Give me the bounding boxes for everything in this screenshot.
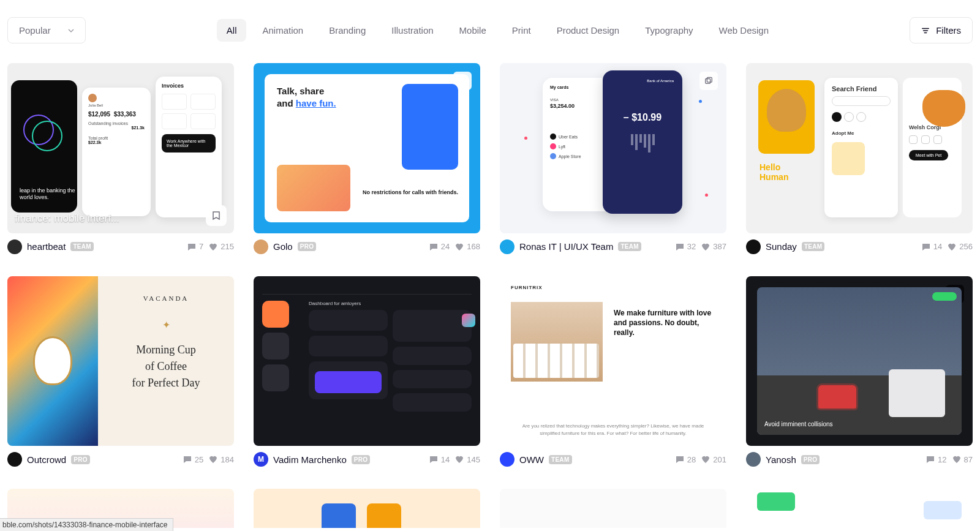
avatar[interactable] <box>254 239 268 254</box>
shot-thumbnail[interactable]: FURNITRIX We make furniture with love an… <box>500 276 726 446</box>
shot-card: Dashboard for amloyers M <box>254 276 480 467</box>
author-link[interactable]: Golo <box>273 241 293 252</box>
likes-stat[interactable]: 184 <box>208 454 234 464</box>
svg-rect-2 <box>706 79 710 84</box>
save-shot-button[interactable] <box>206 205 227 226</box>
avatar[interactable]: M <box>254 452 268 467</box>
shot-thumbnail[interactable]: Avoid imminent collisions <box>746 276 973 446</box>
author-badge: TEAM <box>549 455 572 464</box>
shot-thumbnail[interactable] <box>500 489 726 528</box>
rebound-icon <box>699 72 718 90</box>
shot-card: FURNITRIX We make furniture with love an… <box>500 276 726 467</box>
author-badge: TEAM <box>802 242 825 251</box>
shot-card: leap in the banking the world loves. Jul… <box>7 63 234 254</box>
tab-print[interactable]: Print <box>502 19 541 42</box>
shot-title: finance: mobile interf... <box>15 213 119 225</box>
likes-stat[interactable]: 387 <box>701 242 726 252</box>
shot-card <box>500 489 726 528</box>
filters-button[interactable]: Filters <box>910 17 973 43</box>
author-link[interactable]: heartbeat <box>27 241 66 252</box>
shot-thumbnail[interactable]: My cards VISA $3,254.00 Uber Eats Lyft A… <box>500 63 726 233</box>
author-link[interactable]: Vadim Marchenko <box>273 454 347 465</box>
author-badge: PRO <box>71 455 90 464</box>
shot-thumbnail[interactable] <box>254 489 480 528</box>
shot-thumbnail[interactable]: VACANDA ✦ Morning Cupof Coffeefor Perfec… <box>7 276 234 446</box>
likes-stat[interactable]: 201 <box>701 454 726 464</box>
shot-card: VACANDA ✦ Morning Cupof Coffeefor Perfec… <box>7 276 234 467</box>
filter-icon <box>921 26 930 35</box>
shot-card: Avoid imminent collisions Yanosh PRO 12 … <box>746 276 973 467</box>
tab-branding[interactable]: Branding <box>319 19 375 42</box>
comments-stat[interactable]: 12 <box>925 454 946 464</box>
avatar[interactable] <box>500 239 514 254</box>
category-tabs: All Animation Branding Illustration Mobi… <box>98 19 897 42</box>
tab-animation[interactable]: Animation <box>252 19 313 42</box>
author-link[interactable]: Outcrowd <box>27 454 66 465</box>
likes-stat[interactable]: 168 <box>454 242 480 252</box>
shot-card <box>254 489 480 528</box>
filters-label: Filters <box>936 25 961 36</box>
author-badge: PRO <box>352 455 371 464</box>
browser-status-bar: bble.com/shots/14333038-finance-mobile-i… <box>0 518 173 528</box>
likes-stat[interactable]: 87 <box>952 454 973 464</box>
likes-stat[interactable]: 145 <box>454 454 480 464</box>
shot-card <box>746 489 973 528</box>
tab-all[interactable]: All <box>217 19 247 42</box>
shot-card: My cards VISA $3,254.00 Uber Eats Lyft A… <box>500 63 726 254</box>
comments-stat[interactable]: 14 <box>429 454 450 464</box>
author-link[interactable]: Sunday <box>766 241 797 252</box>
author-badge: TEAM <box>618 242 641 251</box>
comments-stat[interactable]: 25 <box>183 454 203 464</box>
shot-thumbnail[interactable] <box>746 489 973 528</box>
tab-mobile[interactable]: Mobile <box>450 19 496 42</box>
tab-typography[interactable]: Typography <box>635 19 703 42</box>
comments-stat[interactable]: 28 <box>675 454 696 464</box>
svg-rect-3 <box>707 77 712 82</box>
sort-label: Popular <box>19 25 51 36</box>
shot-card: HelloHuman Search Friend Adopt Me Welsh … <box>746 63 973 254</box>
avatar[interactable] <box>746 452 761 467</box>
shot-thumbnail[interactable]: leap in the banking the world loves. Jul… <box>7 63 234 233</box>
likes-stat[interactable]: 215 <box>208 242 234 252</box>
author-link[interactable]: Yanosh <box>766 454 796 465</box>
avatar[interactable] <box>500 452 514 467</box>
comments-stat[interactable]: 24 <box>429 242 450 252</box>
avatar[interactable] <box>746 239 761 254</box>
avatar[interactable] <box>7 239 22 254</box>
author-badge: PRO <box>298 242 317 251</box>
tab-illustration[interactable]: Illustration <box>382 19 443 42</box>
tab-product-design[interactable]: Product Design <box>547 19 630 42</box>
author-badge: TEAM <box>70 242 94 251</box>
comments-stat[interactable]: 32 <box>675 242 696 252</box>
chevron-down-icon <box>68 28 74 34</box>
author-badge: PRO <box>801 455 820 464</box>
tab-web-design[interactable]: Web Design <box>709 19 778 42</box>
sort-dropdown[interactable]: Popular <box>7 17 86 43</box>
likes-stat[interactable]: 256 <box>947 242 973 252</box>
author-link[interactable]: OWW <box>519 454 544 465</box>
shot-thumbnail[interactable]: Dashboard for amloyers <box>254 276 480 446</box>
shot-card: Talk, shareand have fun. No restrictions… <box>254 63 480 254</box>
avatar[interactable] <box>7 452 22 467</box>
shot-grid: leap in the banking the world loves. Jul… <box>0 56 980 528</box>
comments-stat[interactable]: 7 <box>187 242 203 252</box>
shot-thumbnail[interactable]: Talk, shareand have fun. No restrictions… <box>254 63 480 233</box>
shot-thumbnail[interactable]: HelloHuman Search Friend Adopt Me Welsh … <box>746 63 973 233</box>
comments-stat[interactable]: 14 <box>921 242 942 252</box>
author-link[interactable]: Ronas IT | UI/UX Team <box>519 241 613 252</box>
